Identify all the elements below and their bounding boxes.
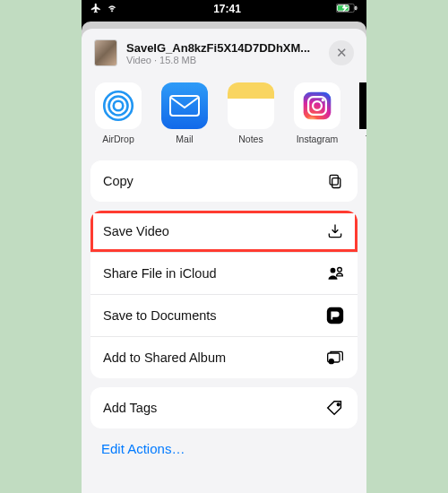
tiktok-icon <box>359 82 366 129</box>
action-label: Share File in iCloud <box>103 266 217 281</box>
file-meta: Video · 15.8 MB <box>126 55 320 65</box>
share-sheet: SaveIG_An8kzFi5X14D7DDhXM... Video · 15.… <box>82 29 366 493</box>
battery-icon <box>336 3 358 16</box>
action-label: Add Tags <box>103 401 157 415</box>
svg-point-18 <box>337 403 340 406</box>
app-airdrop[interactable]: AirDrop <box>94 82 142 144</box>
svg-point-14 <box>338 268 342 272</box>
svg-point-10 <box>322 99 324 101</box>
device-frame: 17:41 SaveIG_An8kzFi5X14D7DDhXM... Video… <box>82 0 366 493</box>
svg-rect-6 <box>170 96 199 116</box>
close-icon: ✕ <box>336 45 348 61</box>
app-instagram[interactable]: Instagram <box>293 82 341 144</box>
edit-actions-link[interactable]: Edit Actions… <box>82 428 366 469</box>
action-label: Add to Shared Album <box>103 350 226 365</box>
svg-rect-12 <box>330 175 338 185</box>
svg-point-17 <box>329 359 333 364</box>
copy-icon <box>325 171 345 191</box>
svg-point-4 <box>109 97 128 116</box>
svg-rect-1 <box>355 6 357 10</box>
svg-point-13 <box>331 268 336 273</box>
file-name: SaveIG_An8kzFi5X14D7DDhXM... <box>126 41 320 55</box>
app-notes[interactable]: Notes <box>227 82 275 144</box>
wifi-icon <box>106 3 118 15</box>
app-mail[interactable]: Mail <box>160 82 209 144</box>
action-share-icloud[interactable]: Share File in iCloud <box>90 252 358 294</box>
clock: 17:41 <box>213 3 241 15</box>
mail-icon <box>169 95 200 117</box>
icloud-share-icon <box>325 264 345 283</box>
status-bar: 17:41 <box>82 0 366 18</box>
action-copy[interactable]: Copy <box>90 160 358 202</box>
shared-album-icon <box>325 348 345 368</box>
action-label: Save to Documents <box>103 308 217 323</box>
action-add-tags[interactable]: Add Tags <box>90 387 358 428</box>
share-targets-row: AirDrop Mail Notes Instagram <box>82 79 366 160</box>
svg-point-3 <box>114 101 124 111</box>
action-label: Save Video <box>103 224 169 238</box>
instagram-icon <box>301 90 333 122</box>
action-save-video[interactable]: Save Video <box>90 211 358 252</box>
tag-icon <box>325 398 345 418</box>
file-thumbnail <box>94 39 117 66</box>
file-info: SaveIG_An8kzFi5X14D7DDhXM... Video · 15.… <box>126 41 320 65</box>
download-icon <box>325 221 345 241</box>
close-button[interactable]: ✕ <box>329 40 354 65</box>
action-save-documents[interactable]: Save to Documents <box>90 294 358 336</box>
action-add-shared-album[interactable]: Add to Shared Album <box>90 336 358 378</box>
svg-rect-11 <box>332 178 340 188</box>
documents-app-icon <box>325 306 345 325</box>
airplane-mode-icon <box>90 3 101 16</box>
modal-underlay: SaveIG_An8kzFi5X14D7DDhXM... Video · 15.… <box>82 22 366 493</box>
notes-icon <box>228 82 274 129</box>
airdrop-icon <box>99 87 137 125</box>
action-label: Copy <box>103 174 134 188</box>
app-tiktok[interactable]: T <box>359 82 366 144</box>
